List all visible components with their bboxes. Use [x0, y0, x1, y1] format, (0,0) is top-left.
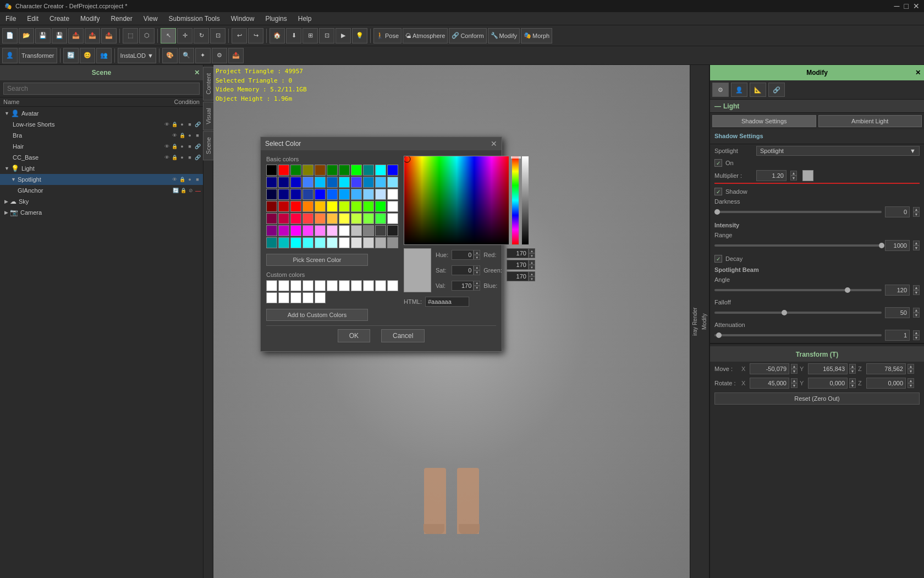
menu-file[interactable]: File	[0, 12, 21, 25]
menu-render[interactable]: Render	[105, 12, 138, 25]
decay-checkbox[interactable]: ✓	[714, 255, 722, 263]
ok-btn[interactable]: OK	[338, 329, 370, 342]
basic-color-swatch[interactable]	[315, 189, 326, 200]
shader-btn[interactable]: 🎨	[162, 48, 178, 63]
menu-submission-tools[interactable]: Submission Tools	[163, 12, 226, 25]
rotate-z-input[interactable]	[866, 378, 906, 389]
custom-color-swatch[interactable]	[302, 292, 314, 303]
zoom-btn[interactable]: 🔍	[179, 48, 194, 63]
transformer-icon[interactable]: 👤	[2, 48, 18, 63]
custom-color-swatch[interactable]	[266, 292, 277, 303]
tree-camera[interactable]: ▶ 📷 Camera	[0, 207, 203, 218]
save-as-btn[interactable]: 💾	[52, 28, 67, 43]
basic-color-swatch[interactable]	[327, 237, 338, 248]
face-morph-btn[interactable]: 😊	[80, 48, 95, 63]
undo-btn[interactable]: ↩	[232, 28, 247, 43]
cancel-btn[interactable]: Cancel	[381, 329, 425, 342]
basic-color-swatch[interactable]	[266, 189, 277, 200]
tree-gianchor[interactable]: GIAnchor 🔄 🔒 ⊘ —	[0, 185, 203, 196]
move-x-input[interactable]	[750, 363, 789, 374]
tree-avatar[interactable]: ▼ 👤 Avatar	[0, 108, 203, 119]
modify-tab-2[interactable]: 👤	[731, 83, 747, 97]
shadow-settings-btn[interactable]: Shadow Settings	[712, 115, 816, 127]
modify-side-tab[interactable]: Modify	[700, 65, 710, 578]
pick-screen-btn[interactable]: Pick Screen Color	[266, 254, 368, 266]
basic-color-swatch[interactable]	[351, 225, 362, 236]
side-tab-content[interactable]: Content	[203, 67, 214, 101]
basic-color-swatch[interactable]	[302, 237, 314, 248]
hue-up[interactable]: ▲	[474, 250, 480, 255]
range-input[interactable]	[885, 240, 910, 251]
tree-light[interactable]: ▼ 💡 Light	[0, 163, 203, 174]
modify-tab-1[interactable]: ⚙	[712, 83, 729, 97]
basic-color-swatch[interactable]	[278, 237, 289, 248]
move-x-down[interactable]: ▼	[791, 369, 798, 374]
basic-color-swatch[interactable]	[339, 225, 350, 236]
move-y-up[interactable]: ▲	[849, 364, 856, 369]
menu-plugins[interactable]: Plugins	[260, 12, 292, 25]
basic-color-swatch[interactable]	[278, 213, 289, 224]
tools-btn[interactable]: ⚙	[212, 48, 227, 63]
modify-btn[interactable]: 🔧 Modify	[488, 28, 520, 43]
basic-color-swatch[interactable]	[315, 225, 326, 236]
close-btn[interactable]: ✕	[913, 2, 920, 10]
import-btn[interactable]: 📥	[68, 28, 84, 43]
custom-color-swatch[interactable]	[375, 280, 386, 291]
window-controls[interactable]: ─ □ ✕	[894, 2, 920, 10]
light-section-header[interactable]: — Light	[710, 100, 924, 113]
red-up[interactable]: ▲	[529, 248, 535, 253]
download-btn[interactable]: ⬇	[286, 28, 301, 43]
darkness-slider[interactable]	[714, 211, 882, 213]
falloff-down[interactable]: ▼	[913, 313, 920, 318]
basic-color-swatch[interactable]	[339, 177, 350, 188]
basic-color-swatch[interactable]	[387, 213, 398, 224]
angle-down[interactable]: ▼	[913, 290, 920, 295]
val-input[interactable]	[452, 281, 474, 291]
basic-color-swatch[interactable]	[266, 225, 277, 236]
color-swatch-multiplier[interactable]	[802, 170, 813, 181]
hue-down[interactable]: ▼	[474, 255, 480, 260]
hue-input[interactable]	[452, 250, 474, 260]
side-tab-scene[interactable]: Scene	[203, 131, 214, 160]
basic-color-swatch[interactable]	[302, 165, 314, 176]
iray-render-tab[interactable]: iray Render	[690, 65, 700, 578]
rotate-x-input[interactable]	[750, 378, 789, 389]
scale-btn[interactable]: ⊡	[210, 28, 226, 43]
basic-color-swatch[interactable]	[339, 201, 350, 212]
tree-cc-base[interactable]: CC_Base 👁 🔒 ● ■ 🔗	[0, 152, 203, 163]
modify-tab-4[interactable]: 🔗	[768, 83, 785, 97]
basic-color-swatch[interactable]	[290, 201, 301, 212]
new-btn[interactable]: 📄	[2, 28, 18, 43]
menu-create[interactable]: Create	[44, 12, 75, 25]
basic-color-swatch[interactable]	[315, 237, 326, 248]
frame-btn[interactable]: ⊡	[319, 28, 334, 43]
rotate-y-input[interactable]	[808, 378, 848, 389]
basic-color-swatch[interactable]	[266, 213, 277, 224]
tree-spotlight[interactable]: ▼ Spotlight 👁 🔒 ● ■	[0, 174, 203, 185]
basic-color-swatch[interactable]	[315, 213, 326, 224]
custom-color-swatch[interactable]	[363, 280, 374, 291]
basic-color-swatch[interactable]	[375, 165, 386, 176]
basic-color-swatch[interactable]	[387, 165, 398, 176]
basic-color-swatch[interactable]	[387, 225, 398, 236]
tree-hair[interactable]: Hair 👁 🔒 ● ■ 🔗	[0, 141, 203, 152]
sat-up[interactable]: ▲	[474, 265, 480, 270]
basic-color-swatch[interactable]	[290, 189, 301, 200]
menu-window[interactable]: Window	[226, 12, 260, 25]
basic-color-swatch[interactable]	[315, 165, 326, 176]
val-up[interactable]: ▲	[474, 281, 480, 286]
basic-color-swatch[interactable]	[290, 213, 301, 224]
cursor-btn[interactable]: ↖	[161, 28, 176, 43]
basic-color-swatch[interactable]	[278, 201, 289, 212]
basic-color-swatch[interactable]	[375, 189, 386, 200]
basic-color-swatch[interactable]	[327, 225, 338, 236]
export3-btn[interactable]: 📤	[228, 48, 244, 63]
light-btn[interactable]: 💡	[352, 28, 367, 43]
tree-bra[interactable]: Bra 👁 🔒 ● ■	[0, 130, 203, 141]
range-slider[interactable]	[714, 244, 882, 247]
pose-btn[interactable]: 🚶 Pose	[373, 28, 402, 43]
basic-color-swatch[interactable]	[363, 237, 374, 248]
shape-btn[interactable]: ⬡	[139, 28, 155, 43]
red-input[interactable]	[507, 248, 529, 258]
basic-color-swatch[interactable]	[266, 237, 277, 248]
